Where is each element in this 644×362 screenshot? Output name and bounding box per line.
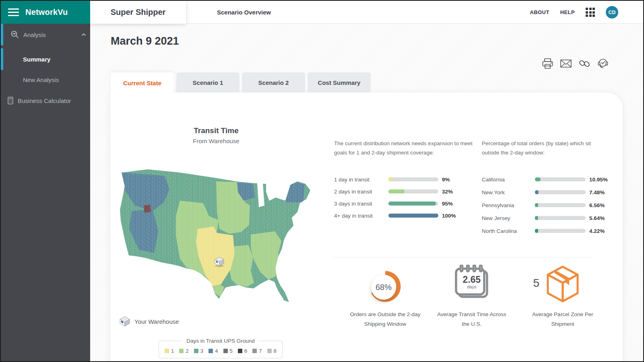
coverage-intro: The current distribution network needs e… <box>334 139 479 157</box>
current-state-panel: Transit Time From Warehouse <box>110 93 623 362</box>
avg-transit-value: 2.65 days <box>457 274 486 289</box>
sidebar-item-summary[interactable]: Summary <box>1 48 90 70</box>
about-link[interactable]: ABOUT <box>530 9 549 15</box>
warehouse-marker-icon <box>215 257 224 267</box>
tab-scenario-1[interactable]: Scenario 1 <box>176 72 239 93</box>
sidebar-item-business-calculator[interactable]: Business Calculator <box>1 90 90 111</box>
chevron-up-icon[interactable] <box>81 33 86 36</box>
progress-bar <box>388 189 438 193</box>
scenario-tabs: Current State Scenario 1 Scenario 2 Cost… <box>111 72 371 93</box>
progress-bar <box>535 203 586 207</box>
donut-value: 68% <box>371 275 396 300</box>
share-link-icon[interactable] <box>578 58 590 70</box>
apps-grid-icon[interactable] <box>586 8 595 17</box>
user-avatar[interactable]: CD <box>606 6 618 19</box>
progress-bar <box>535 190 586 194</box>
sidebar-item-analysis[interactable]: Analysis <box>1 24 90 45</box>
legend-item: 6 <box>238 348 247 354</box>
hamburger-menu-icon[interactable] <box>8 8 19 16</box>
legend-item: 8 <box>267 348 277 354</box>
coverage-row: 4+ day in transit 100% <box>334 210 456 222</box>
coverage-row: 3 days in transit 95% <box>334 197 456 210</box>
parcel-zone-caption: Average Parcel Zone Per Shipment <box>510 310 615 329</box>
warehouse-icon <box>119 316 130 327</box>
section-divider <box>333 257 591 257</box>
legend-item: 3 <box>194 348 203 354</box>
coverage-row: 2 days in transit 32% <box>334 185 456 197</box>
report-date: March 9 2021 <box>111 35 179 47</box>
tab-current-state[interactable]: Current State <box>111 72 174 93</box>
map-title: Transit Time <box>156 126 277 135</box>
map-subtitle: From Warehouse <box>156 138 277 144</box>
sidebar-item-new-analysis[interactable]: New Analysis <box>1 69 90 90</box>
legend-title: Days in Transit UPS Ground <box>182 338 259 344</box>
avg-transit-caption: Average Transit Time Across the U.S. <box>419 310 524 329</box>
progress-bar <box>388 214 438 218</box>
legend-item: 2 <box>179 348 188 354</box>
coverage-row: 1 day in transit 9% <box>334 173 456 185</box>
state-row: California 10.95% <box>482 173 608 186</box>
legend-item: 1 <box>165 348 174 354</box>
progress-bar <box>388 202 438 206</box>
help-link[interactable]: HELP <box>560 9 575 15</box>
email-icon[interactable] <box>560 58 572 70</box>
main-content: March 9 2021 <box>90 24 643 361</box>
legend-item: 7 <box>252 348 262 354</box>
workspace-name: Super Shipper <box>111 8 166 17</box>
tab-cost-summary[interactable]: Cost Summary <box>308 72 371 93</box>
coverage-bars: 1 day in transit 9% 2 days in transit 32… <box>334 173 456 222</box>
tab-scenario-2[interactable]: Scenario 2 <box>242 72 305 93</box>
legend-item: 4 <box>208 348 218 354</box>
state-row: New York 7.48% <box>482 186 608 199</box>
brand-logo: NetworkVu <box>25 8 68 17</box>
states-intro: Percentage of total orders (by state) wh… <box>482 139 599 157</box>
state-row: Pennsylvania 6.56% <box>482 199 608 212</box>
parcel-zone-value: 5 <box>522 277 539 290</box>
analysis-search-chart-icon <box>10 30 19 39</box>
progress-bar <box>535 177 586 181</box>
transit-days-legend: Days in Transit UPS Ground 1 2 3 4 5 6 7… <box>159 338 283 358</box>
us-transit-map <box>116 164 315 313</box>
progress-bar <box>535 216 586 220</box>
workspace-card: Super Shipper <box>90 1 186 24</box>
progress-bar <box>535 229 586 233</box>
print-icon[interactable] <box>541 58 553 70</box>
parcel-box-icon <box>544 264 581 303</box>
brand-header: NetworkVu <box>1 1 90 24</box>
state-bars: California 10.95% New York 7.48% Pennsyl… <box>482 173 608 237</box>
sidebar: Analysis Summary New Analysis Business C… <box>1 24 90 361</box>
legend-item: 5 <box>223 348 233 354</box>
warehouse-label: Your Warehouse <box>134 318 179 325</box>
page-title: Scenario Overview <box>217 1 271 24</box>
state-row: New Jersey 5.64% <box>482 212 608 224</box>
state-row: North Carolina 4.22% <box>482 224 608 237</box>
warehouse-legend: Your Warehouse <box>119 316 179 327</box>
support-headset-icon[interactable] <box>597 58 609 70</box>
progress-bar <box>388 177 438 181</box>
calculator-icon <box>7 97 14 105</box>
